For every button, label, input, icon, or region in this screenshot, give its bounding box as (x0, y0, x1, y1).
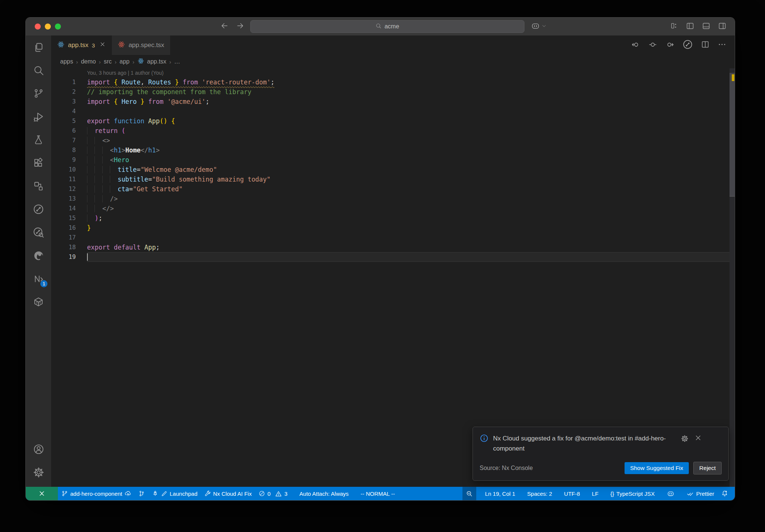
branch-name: add-hero-component (70, 491, 122, 497)
copilot-status[interactable] (663, 487, 678, 500)
code-line: 15 ); (51, 213, 730, 223)
desktop: { "colors": { "accent": "#0078d4", "remo… (0, 0, 765, 532)
line-number: 18 (51, 242, 76, 252)
settings-gear-icon[interactable] (26, 461, 51, 484)
zoom-out-status[interactable] (462, 487, 476, 500)
notifications-bell-icon[interactable] (718, 487, 732, 500)
nx-cloud-ai-fix-status[interactable]: Nx Cloud AI Fix (201, 487, 255, 500)
language-mode-status[interactable]: {} TypeScript JSX (607, 487, 658, 500)
vim-mode-status[interactable]: -- NORMAL -- (357, 487, 398, 500)
tab-app-tsx[interactable]: app.tsx 3 (51, 35, 112, 55)
workbench: 1 app.tsx 3 app.spec.tsx (26, 35, 735, 487)
toggle-panel-icon[interactable] (702, 22, 710, 32)
encoding-status[interactable]: UTF-8 (561, 487, 583, 500)
extensions-icon[interactable] (26, 151, 51, 174)
line-number: 7 (51, 136, 76, 145)
remote-indicator[interactable] (26, 487, 58, 500)
formatter-status[interactable]: Prettier (683, 487, 718, 500)
code-editor[interactable]: You, 3 hours ago | 1 author (You) 1impor… (51, 68, 735, 487)
accounts-icon[interactable] (26, 437, 51, 461)
toggle-secondary-sidebar-icon[interactable] (718, 22, 727, 32)
warning-overview-marker (732, 74, 734, 81)
breadcrumb-item[interactable]: apps (60, 58, 73, 65)
notification-settings-gear-icon[interactable] (681, 434, 689, 444)
close-tab-icon[interactable] (100, 41, 105, 49)
zoom-window-button[interactable] (55, 24, 61, 30)
show-suggested-fix-button[interactable]: Show Suggested Fix (625, 462, 689, 474)
line-number: 11 (51, 174, 76, 184)
cursor-position-status[interactable]: Ln 19, Col 1 (481, 487, 518, 500)
notification-toast: Nx Cloud suggested a fix for @acme/demo:… (473, 427, 729, 481)
nx-console-icon[interactable]: 1 (26, 267, 51, 290)
launchpad-status[interactable]: Launchpad (148, 487, 201, 500)
current-change-icon[interactable] (648, 40, 657, 51)
line-number: 9 (51, 155, 76, 165)
code-line: 6 return ( (51, 126, 730, 136)
line-number: 17 (51, 233, 76, 242)
auto-attach-status[interactable]: Auto Attach: Always (296, 487, 352, 500)
line-content: title="Welcmoe @acme/demo" (87, 165, 730, 174)
breadcrumb-item[interactable]: src (104, 58, 112, 65)
breadcrumb-item[interactable]: demo (81, 58, 96, 65)
split-editor-icon[interactable] (701, 40, 710, 50)
run-and-debug-icon[interactable] (26, 105, 51, 128)
git-blame-annotation: You, 3 hours ago | 1 author (You) (87, 70, 164, 76)
more-actions-icon[interactable] (718, 40, 727, 50)
breadcrumb-item[interactable]: app (120, 58, 130, 65)
editor-scrollbar[interactable] (730, 68, 735, 487)
line-number: 14 (51, 204, 76, 213)
breadcrumb-ellipsis[interactable]: … (174, 58, 180, 65)
line-number: 12 (51, 184, 76, 194)
editor-group: app.tsx 3 app.spec.tsx (51, 35, 735, 487)
code-line: 12 cta="Get Started" (51, 184, 730, 194)
toggle-primary-sidebar-icon[interactable] (686, 22, 694, 32)
line-number: 5 (51, 116, 76, 126)
line-number: 15 (51, 213, 76, 223)
navigate-next-change-icon[interactable] (665, 40, 675, 51)
publish-cloud-icon (124, 490, 131, 497)
source-control-icon[interactable] (26, 82, 51, 105)
line-content: import { Hero } from '@acme/ui'; (87, 97, 730, 106)
line-content: <h1>Home</h1> (87, 145, 730, 155)
code-line: 5export function App() { (51, 116, 730, 126)
code-line: 19 (51, 252, 730, 262)
command-center-search[interactable]: acme (250, 20, 524, 33)
notification-message: Nx Cloud suggested a fix for @acme/demo:… (493, 434, 676, 454)
close-window-button[interactable] (35, 24, 41, 30)
nx-project-graph-icon[interactable] (26, 198, 51, 221)
edge-browser-icon[interactable] (26, 244, 51, 267)
commit-graph-icon[interactable] (682, 39, 693, 51)
line-content (87, 252, 730, 262)
references-icon[interactable] (26, 174, 51, 198)
explorer-icon[interactable] (26, 35, 51, 59)
copilot-menu-button[interactable] (531, 21, 546, 32)
containers-icon[interactable] (26, 290, 51, 313)
search-value: acme (384, 23, 399, 30)
eol-status[interactable]: LF (589, 487, 602, 500)
compare-changes-status[interactable] (135, 487, 148, 500)
breadcrumb-item[interactable]: app.tsx (147, 58, 167, 65)
reject-button[interactable]: Reject (693, 462, 722, 474)
problems-status[interactable]: 0 3 (255, 487, 291, 500)
chevron-down-icon (542, 23, 546, 30)
navigate-back-icon[interactable] (220, 21, 229, 32)
testing-icon[interactable] (26, 128, 51, 151)
customize-layout-icon[interactable] (670, 22, 678, 31)
pencil-icon (161, 491, 167, 497)
nx-graph-search-icon[interactable] (26, 221, 51, 244)
tab-app-spec-tsx[interactable]: app.spec.tsx (112, 35, 170, 55)
line-number: 10 (51, 165, 76, 174)
search-icon[interactable] (26, 59, 51, 82)
git-branch-status[interactable]: add-hero-component (58, 487, 135, 500)
react-file-icon (137, 58, 144, 66)
line-content: export default App; (87, 242, 730, 252)
indentation-status[interactable]: Spaces: 2 (524, 487, 555, 500)
line-number: 16 (51, 223, 76, 233)
navigate-forward-icon[interactable] (236, 21, 245, 32)
scrollbar-thumb[interactable] (730, 73, 735, 197)
minimize-window-button[interactable] (45, 24, 51, 30)
navigate-previous-change-icon[interactable] (631, 40, 640, 51)
close-notification-icon[interactable] (695, 434, 701, 443)
line-number: 2 (51, 87, 76, 97)
copilot-icon (531, 21, 540, 32)
